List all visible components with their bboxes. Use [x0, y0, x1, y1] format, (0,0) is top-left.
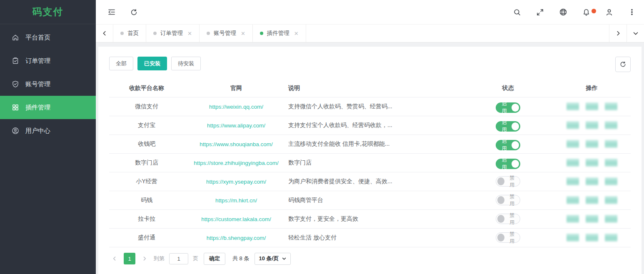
notifications-bell-icon[interactable] [582, 8, 590, 16]
redacted-action-button[interactable] [605, 196, 617, 204]
order-icon [12, 57, 19, 65]
platform-name: 盛付通 [109, 228, 184, 247]
tabs-scroll-right-icon[interactable] [609, 25, 627, 42]
tab-home[interactable]: 首页 [113, 25, 146, 42]
redacted-action-button[interactable] [586, 140, 598, 148]
tab-plugins[interactable]: 插件管理 ✕ [253, 25, 306, 42]
redacted-action-button[interactable] [605, 121, 617, 129]
sidebar-item-user-center[interactable]: 用户中心 [0, 119, 96, 142]
platform-name: 码钱 [109, 191, 184, 209]
platform-name: 收钱吧 [109, 135, 184, 153]
redacted-action-button[interactable] [567, 196, 579, 204]
description: 支持微信个人收款码、赞赏码、经营码... [288, 97, 415, 116]
next-page-icon[interactable] [139, 256, 150, 262]
status-toggle[interactable]: 禁用 [496, 232, 520, 243]
status-toggle[interactable]: 启用 [496, 159, 520, 169]
official-site-link[interactable]: https://m.hkrt.cn/ [215, 197, 257, 204]
sidebar-item-plugins[interactable]: 插件管理 [0, 96, 96, 119]
tab-orders[interactable]: 订单管理 ✕ [146, 25, 200, 42]
refresh-table-button[interactable] [615, 57, 631, 72]
status-toggle[interactable]: 启用 [496, 140, 520, 150]
tab-label: 订单管理 [160, 30, 183, 37]
official-site-link[interactable]: https://www.alipay.com/ [207, 122, 265, 129]
redacted-action-button[interactable] [567, 140, 579, 148]
sidebar-item-label: 订单管理 [25, 57, 50, 65]
redacted-action-button[interactable] [586, 121, 598, 129]
tabs-options-chevron-down-icon[interactable] [627, 25, 644, 42]
sidebar-item-accounts[interactable]: 账号管理 [0, 72, 96, 96]
status-toggle[interactable]: 禁用 [496, 176, 520, 187]
tabs-scroll-left-icon[interactable] [96, 25, 113, 42]
official-site-link[interactable]: https://weixin.qq.com/ [209, 104, 263, 110]
sidebar-item-label: 用户中心 [25, 127, 50, 135]
platform-name: 支付宝 [109, 116, 184, 135]
header-description: 说明 [288, 80, 415, 97]
redacted-action-button[interactable] [605, 234, 617, 242]
redacted-action-button[interactable] [586, 159, 598, 167]
status-toggle[interactable]: 禁用 [496, 214, 520, 224]
status-label: 启用 [499, 157, 509, 171]
redacted-action-button[interactable] [586, 102, 598, 110]
goto-confirm-button[interactable]: 确定 [204, 253, 225, 265]
prev-page-icon[interactable] [109, 256, 120, 262]
redacted-action-button[interactable] [605, 159, 617, 167]
home-icon [12, 34, 19, 41]
official-site-link[interactable]: https://store.zhihuijingyingba.com/ [194, 160, 278, 166]
redacted-action-button[interactable] [586, 196, 598, 204]
official-site-link[interactable]: https://customer.lakala.com/ [201, 216, 271, 222]
chevron-down-icon [282, 256, 287, 261]
redacted-action-button[interactable] [605, 140, 617, 148]
redacted-action-button[interactable] [567, 215, 579, 223]
tab-status-dot [120, 32, 124, 35]
official-site-link[interactable]: https://xym.ysepay.com/ [206, 179, 266, 185]
kebab-menu-icon[interactable] [628, 8, 636, 16]
table-row: 微信支付 https://weixin.qq.com/ 支持微信个人收款码、赞赏… [109, 97, 631, 116]
search-icon[interactable] [513, 8, 521, 16]
page-size-select[interactable]: 10 条/页 [255, 253, 291, 265]
redacted-action-button[interactable] [605, 102, 617, 110]
table-row: 数字门店 https://store.zhihuijingyingba.com/… [109, 153, 631, 172]
status-label: 禁用 [507, 212, 517, 226]
user-profile-icon[interactable] [605, 8, 613, 16]
redacted-action-button[interactable] [567, 102, 579, 110]
grid-icon [12, 104, 19, 111]
redacted-action-button[interactable] [567, 121, 579, 129]
tab-accounts[interactable]: 账号管理 ✕ [200, 25, 253, 42]
sidebar-item-label: 插件管理 [25, 104, 50, 112]
refresh-page-icon[interactable] [130, 8, 138, 16]
sidebar-item-platform-home[interactable]: 平台首页 [0, 26, 96, 49]
status-toggle[interactable]: 禁用 [496, 195, 520, 205]
fullscreen-icon[interactable] [536, 8, 544, 16]
user-circle-icon [12, 127, 19, 135]
official-site-link[interactable]: https://www.shouqianba.com/ [200, 141, 273, 147]
close-tab-icon[interactable]: ✕ [241, 30, 245, 37]
close-tab-icon[interactable]: ✕ [294, 30, 299, 37]
globe-icon[interactable] [559, 8, 567, 16]
redacted-action-button[interactable] [586, 234, 598, 242]
redacted-action-button[interactable] [605, 177, 617, 185]
redacted-action-button[interactable] [586, 177, 598, 185]
row-actions [553, 177, 631, 185]
table-row: 收钱吧 https://www.shouqianba.com/ 主流移动支付全能… [109, 135, 631, 153]
sidebar-menu: 平台首页 订单管理 账号管理 插件管理 用户中心 [0, 24, 96, 142]
filter-to-install-button[interactable]: 待安装 [171, 57, 201, 70]
official-site-link[interactable]: https://b.shengpay.com/ [207, 235, 266, 241]
redacted-action-button[interactable] [586, 215, 598, 223]
redacted-action-button[interactable] [567, 177, 579, 185]
filter-all-button[interactable]: 全部 [109, 57, 133, 70]
tabbar-spacer [306, 25, 609, 42]
fold-sidebar-icon[interactable] [107, 8, 116, 16]
plugins-table: 收款平台名称 官网 说明 状态 操作 微信支付 https://weixin.q… [109, 80, 631, 247]
goto-page-input[interactable] [169, 253, 188, 264]
sidebar-item-orders[interactable]: 订单管理 [0, 49, 96, 72]
filter-installed-button[interactable]: 已安装 [137, 57, 167, 70]
table-row: 码钱 https://m.hkrt.cn/ 码钱商管平台 禁用 [109, 191, 631, 209]
tab-label: 插件管理 [267, 30, 290, 37]
status-toggle[interactable]: 启用 [496, 121, 520, 132]
page-number-button[interactable]: 1 [124, 253, 135, 264]
status-toggle[interactable]: 启用 [496, 102, 520, 113]
redacted-action-button[interactable] [605, 215, 617, 223]
close-tab-icon[interactable]: ✕ [187, 30, 192, 37]
redacted-action-button[interactable] [567, 159, 579, 167]
redacted-action-button[interactable] [567, 234, 579, 242]
